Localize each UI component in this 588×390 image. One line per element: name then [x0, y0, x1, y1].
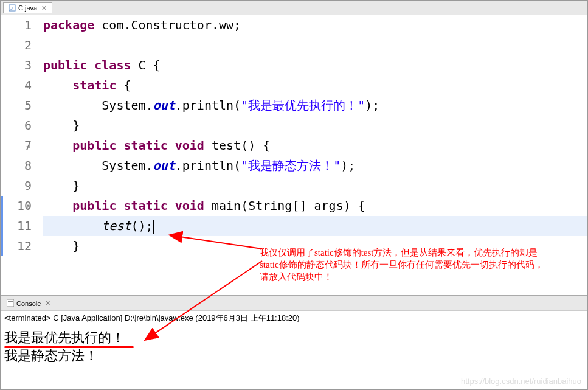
line-number: 11	[1, 216, 32, 236]
code-line[interactable]: package com.Constructor.ww;	[43, 15, 587, 35]
console-status: <terminated> C [Java Application] D:\jre…	[1, 311, 587, 326]
line-number: 1	[1, 15, 32, 35]
console-tab[interactable]: Console ✕	[3, 298, 54, 309]
line-number: 2	[1, 35, 32, 55]
java-file-icon: J	[9, 4, 16, 12]
code-line[interactable]: public class C {	[43, 55, 587, 75]
annotation-text: 我仅仅调用了static修饰的test方法，但是从结果来看，优先执行的却是sta…	[260, 246, 552, 283]
line-number: 12	[1, 236, 32, 256]
console-output: 我是最优先执行的！ 我是静态方法！	[1, 326, 587, 367]
line-number-gutter: 1234⊖567⊖8910⊖1112	[1, 15, 38, 259]
line-number: 8	[1, 156, 32, 176]
close-icon[interactable]: ✕	[45, 299, 50, 307]
close-icon[interactable]: ✕	[41, 4, 47, 12]
editor-tab-bar: J C.java ✕	[1, 1, 587, 15]
watermark: https://blog.csdn.net/ruidianbaihuo	[461, 377, 581, 386]
svg-rect-6	[8, 301, 13, 302]
code-line[interactable]: }	[43, 116, 587, 136]
tab-filename: C.java	[18, 4, 37, 12]
line-number: 6	[1, 116, 32, 136]
line-number: 10⊖	[1, 196, 32, 216]
code-line[interactable]: static {	[43, 75, 587, 96]
line-number: 5	[1, 96, 32, 116]
code-line[interactable]: public static void test() {	[43, 136, 587, 156]
code-line[interactable]: }	[43, 176, 587, 196]
console-panel: Console ✕ <terminated> C [Java Applicati…	[1, 295, 587, 367]
line-number: 7⊖	[1, 136, 32, 156]
console-line: 我是最优先执行的！	[4, 329, 125, 347]
line-number: 4⊖	[1, 75, 32, 96]
code-line[interactable]	[43, 35, 587, 55]
console-title: Console	[16, 300, 41, 307]
code-line[interactable]: System.out.println("我是静态方法！");	[43, 156, 587, 176]
svg-rect-5	[7, 299, 14, 307]
console-line: 我是静态方法！	[4, 347, 584, 365]
svg-text:J: J	[10, 5, 13, 11]
line-number: 3	[1, 55, 32, 75]
console-icon	[7, 299, 14, 308]
console-tab-bar: Console ✕	[1, 296, 587, 311]
editor-tab[interactable]: J C.java ✕	[3, 2, 52, 13]
code-line[interactable]: System.out.println("我是最优先执行的！");	[43, 96, 587, 116]
code-line[interactable]: test();	[43, 216, 587, 236]
line-number: 9	[1, 176, 32, 196]
code-area[interactable]: package com.Constructor.ww;public class …	[38, 15, 587, 259]
code-editor[interactable]: 1234⊖567⊖8910⊖1112 package com.Construct…	[1, 15, 587, 259]
code-line[interactable]: public static void main(String[] args) {	[43, 196, 587, 216]
